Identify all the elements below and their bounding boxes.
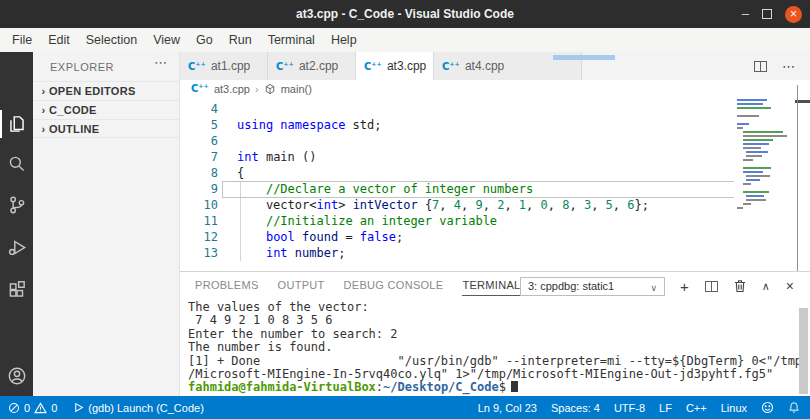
feedback-smiley-icon[interactable] xyxy=(761,401,774,414)
menu-item-file[interactable]: File xyxy=(4,28,40,52)
cpp-file-icon: C⁺⁺ xyxy=(276,61,294,72)
terminal-prompt: fahmida@fahmida-VirtualBox:~/Desktop/C_C… xyxy=(188,381,802,394)
menu-item-run[interactable]: Run xyxy=(221,28,260,52)
minimap-line xyxy=(737,107,771,109)
minimap-line xyxy=(737,127,743,129)
maximize-panel-icon[interactable]: ∧ xyxy=(762,280,770,293)
prompt-path: ~/Desktop/C_Code xyxy=(383,380,499,394)
close-button[interactable]: × xyxy=(785,6,802,23)
sidebar-more-actions[interactable]: ⋯ xyxy=(154,55,167,70)
tabbar-actions: ⋯ xyxy=(754,52,810,80)
panel-tab-problems[interactable]: PROBLEMS xyxy=(195,279,259,296)
close-panel-icon[interactable]: × xyxy=(786,278,794,294)
minimap-line xyxy=(743,167,771,169)
errors-count[interactable]: 0 xyxy=(24,402,30,414)
code-lines: #include <vector>using namespace std;int… xyxy=(237,97,649,261)
tab-at2.cpp[interactable]: C⁺⁺at2.cpp xyxy=(268,52,356,80)
breadcrumb-symbol[interactable]: main() xyxy=(281,83,312,95)
code-line: int number; xyxy=(237,245,649,261)
sidebar-title: EXPLORER xyxy=(50,61,114,73)
warnings-count[interactable]: 0 xyxy=(51,402,57,414)
section-label: OPEN EDITORS xyxy=(49,85,136,97)
tab-at1.cpp[interactable]: C⁺⁺at1.cpp xyxy=(180,52,268,80)
chevron-right-icon: › xyxy=(38,82,49,101)
menu-item-terminal[interactable]: Terminal xyxy=(260,28,323,52)
debug-launch-label[interactable]: (gdb) Launch (C_Code) xyxy=(88,402,204,414)
minimap-line xyxy=(743,135,787,137)
minimap-line xyxy=(737,207,743,209)
menu-item-view[interactable]: View xyxy=(145,28,188,52)
minimize-button[interactable]: – xyxy=(742,9,749,19)
code-editor[interactable]: 345678910111213 #include <vector>using n… xyxy=(180,97,810,271)
run-and-debug-icon[interactable] xyxy=(5,235,29,259)
menu-item-go[interactable]: Go xyxy=(188,28,221,52)
prompt-colon: : xyxy=(376,380,383,394)
sidebar-section-c-code[interactable]: ›C_CODE xyxy=(33,100,179,119)
maximize-button[interactable] xyxy=(762,9,772,19)
split-terminal-icon[interactable] xyxy=(705,281,718,292)
panel-tab-output[interactable]: OUTPUT xyxy=(278,279,325,296)
terminal-selector-dropdown[interactable]: 3: cppdbg: static1 ∨ xyxy=(520,277,665,296)
minimap-line xyxy=(746,195,764,197)
cpp-file-icon: C⁺⁺ xyxy=(442,61,460,72)
bottom-panel: PROBLEMSOUTPUTDEBUG CONSOLETERMINAL 3: c… xyxy=(180,271,810,396)
code-line: using namespace std; xyxy=(237,117,649,133)
line-number: 10 xyxy=(180,197,218,213)
more-actions-icon[interactable]: ⋯ xyxy=(782,59,796,74)
tab-label: at3.cpp xyxy=(387,59,426,73)
cpp-file-icon: C⁺⁺ xyxy=(364,61,382,72)
terminal-scrollbar-thumb[interactable] xyxy=(799,308,808,394)
split-editor-icon[interactable] xyxy=(754,61,767,72)
editor-tab-bar: C⁺⁺at1.cppC⁺⁺at2.cppC⁺⁺at3.cpp×C⁺⁺at4.cp… xyxy=(180,52,810,80)
titlebar[interactable]: at3.cpp - C_Code - Visual Studio Code – … xyxy=(0,0,810,28)
extensions-icon[interactable] xyxy=(5,278,29,302)
menu-item-edit[interactable]: Edit xyxy=(40,28,78,52)
line-number: 11 xyxy=(180,213,218,229)
symbol-method-icon xyxy=(264,83,276,95)
new-terminal-icon[interactable]: + xyxy=(680,278,689,295)
tab-at3.cpp[interactable]: C⁺⁺at3.cpp× xyxy=(356,52,434,80)
chevron-right-icon: › xyxy=(38,101,49,120)
cpp-file-icon: C⁺⁺ xyxy=(191,83,209,94)
section-label: C_CODE xyxy=(49,104,97,116)
status-encoding[interactable]: UTF-8 xyxy=(614,402,645,414)
minimap-line xyxy=(746,199,766,201)
window-title: at3.cpp - C_Code - Visual Studio Code xyxy=(0,0,810,28)
menu-item-help[interactable]: Help xyxy=(323,28,365,52)
notifications-bell-icon[interactable] xyxy=(788,401,800,414)
explorer-icon[interactable] xyxy=(5,112,29,136)
line-number: 5 xyxy=(180,117,218,133)
terminal-output[interactable]: The values of the vector: 7 4 9 2 1 0 8 … xyxy=(188,301,802,395)
breadcrumb: C⁺⁺ at3.cpp › main() xyxy=(180,80,810,97)
terminal-line: The number is found. xyxy=(188,341,802,354)
line-number: 12 xyxy=(180,229,218,245)
minimap-line xyxy=(737,99,767,101)
source-control-icon[interactable] xyxy=(5,193,29,217)
status-cursor-position[interactable]: Ln 9, Col 23 xyxy=(478,402,537,414)
search-icon[interactable] xyxy=(5,152,29,176)
cpp-file-icon: C⁺⁺ xyxy=(188,61,206,72)
editor-gutter: 345678910111213 xyxy=(180,97,218,261)
sidebar-section-open-editors[interactable]: ›OPEN EDITORS xyxy=(33,81,179,100)
errors-icon xyxy=(8,402,20,414)
panel-tab-terminal[interactable]: TERMINAL xyxy=(462,279,520,296)
terminal-line: /Microsoft-MIEngine-In-5rvq40co.ylq" 1>"… xyxy=(188,368,802,381)
minimap[interactable] xyxy=(737,99,793,211)
account-icon[interactable] xyxy=(5,364,29,388)
prompt-user: fahmida@fahmida-VirtualBox xyxy=(188,380,376,394)
minimap-line xyxy=(737,103,763,105)
minimap-line xyxy=(743,143,769,145)
kill-terminal-icon[interactable] xyxy=(734,279,746,293)
minimap-line xyxy=(746,155,762,157)
menu-item-selection[interactable]: Selection xyxy=(78,28,145,52)
status-remote-os[interactable]: Linux xyxy=(721,402,747,414)
panel-tab-debug-console[interactable]: DEBUG CONSOLE xyxy=(344,279,444,296)
sidebar-section-outline[interactable]: ›OUTLINE xyxy=(33,119,179,138)
code-line xyxy=(237,101,649,117)
status-eol-sequence[interactable]: LF xyxy=(659,402,672,414)
warnings-icon xyxy=(34,402,47,414)
breadcrumb-file[interactable]: at3.cpp xyxy=(214,83,250,95)
status-language-mode[interactable]: C++ xyxy=(686,402,707,414)
active-view-indicator xyxy=(0,110,2,138)
status-indentation[interactable]: Spaces: 4 xyxy=(551,402,600,414)
